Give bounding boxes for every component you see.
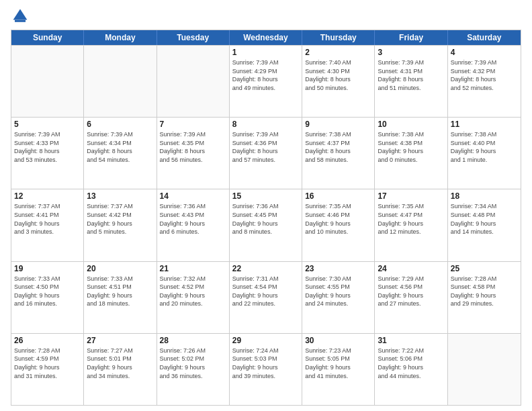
day-number: 9: [305, 120, 371, 129]
cal-cell: 31Sunrise: 7:22 AM Sunset: 5:06 PM Dayli…: [375, 334, 447, 405]
day-number: 16: [305, 191, 371, 201]
day-number: 30: [305, 336, 371, 345]
day-detail: Sunrise: 7:37 AM Sunset: 4:42 PM Dayligh…: [87, 202, 153, 236]
day-detail: Sunrise: 7:38 AM Sunset: 4:37 PM Dayligh…: [305, 130, 371, 164]
header-day-saturday: Saturday: [448, 30, 521, 45]
day-number: 3: [378, 48, 444, 57]
cal-cell: 8Sunrise: 7:39 AM Sunset: 4:36 PM Daylig…: [230, 118, 302, 189]
day-detail: Sunrise: 7:24 AM Sunset: 5:03 PM Dayligh…: [232, 347, 299, 380]
svg-rect-1: [15, 20, 26, 22]
cal-cell: 22Sunrise: 7:31 AM Sunset: 4:54 PM Dayli…: [230, 262, 302, 333]
day-detail: Sunrise: 7:22 AM Sunset: 5:06 PM Dayligh…: [378, 347, 444, 380]
cal-cell: [157, 46, 230, 117]
cal-week-1: 5Sunrise: 7:39 AM Sunset: 4:33 PM Daylig…: [11, 117, 521, 189]
day-detail: Sunrise: 7:39 AM Sunset: 4:35 PM Dayligh…: [160, 130, 226, 164]
day-detail: Sunrise: 7:30 AM Sunset: 4:55 PM Dayligh…: [305, 275, 371, 308]
day-detail: Sunrise: 7:39 AM Sunset: 4:33 PM Dayligh…: [14, 130, 81, 164]
day-number: 17: [378, 191, 444, 201]
day-detail: Sunrise: 7:37 AM Sunset: 4:41 PM Dayligh…: [14, 202, 81, 236]
day-number: 13: [87, 191, 153, 201]
header: [11, 8, 521, 24]
cal-week-2: 12Sunrise: 7:37 AM Sunset: 4:41 PM Dayli…: [11, 189, 521, 261]
cal-cell: 20Sunrise: 7:33 AM Sunset: 4:51 PM Dayli…: [84, 262, 157, 333]
day-detail: Sunrise: 7:27 AM Sunset: 5:01 PM Dayligh…: [87, 347, 153, 380]
cal-cell: [84, 46, 157, 117]
cal-week-3: 19Sunrise: 7:33 AM Sunset: 4:50 PM Dayli…: [11, 261, 521, 333]
day-detail: Sunrise: 7:39 AM Sunset: 4:36 PM Dayligh…: [232, 130, 299, 164]
cal-cell: 19Sunrise: 7:33 AM Sunset: 4:50 PM Dayli…: [11, 262, 84, 333]
day-number: 19: [14, 264, 81, 273]
cal-cell: [448, 334, 521, 405]
day-detail: Sunrise: 7:39 AM Sunset: 4:32 PM Dayligh…: [451, 58, 518, 92]
cal-week-0: 1Sunrise: 7:39 AM Sunset: 4:29 PM Daylig…: [11, 45, 521, 117]
calendar-header-row: SundayMondayTuesdayWednesdayThursdayFrid…: [11, 30, 521, 45]
day-detail: Sunrise: 7:23 AM Sunset: 5:05 PM Dayligh…: [305, 347, 371, 380]
day-number: 23: [305, 264, 371, 273]
cal-cell: 7Sunrise: 7:39 AM Sunset: 4:35 PM Daylig…: [157, 118, 230, 189]
day-number: 10: [378, 120, 444, 129]
cal-cell: [11, 46, 84, 117]
day-number: 4: [451, 48, 518, 57]
day-number: 14: [160, 191, 226, 201]
cal-cell: 16Sunrise: 7:35 AM Sunset: 4:46 PM Dayli…: [302, 189, 375, 261]
cal-cell: 24Sunrise: 7:29 AM Sunset: 4:56 PM Dayli…: [375, 262, 447, 333]
cal-week-4: 26Sunrise: 7:28 AM Sunset: 4:59 PM Dayli…: [11, 333, 521, 405]
cal-cell: 12Sunrise: 7:37 AM Sunset: 4:41 PM Dayli…: [11, 189, 84, 261]
cal-cell: 6Sunrise: 7:39 AM Sunset: 4:34 PM Daylig…: [84, 118, 157, 189]
cal-cell: 30Sunrise: 7:23 AM Sunset: 5:05 PM Dayli…: [302, 334, 375, 405]
cal-cell: 25Sunrise: 7:28 AM Sunset: 4:58 PM Dayli…: [448, 262, 521, 333]
day-number: 25: [451, 264, 518, 273]
day-detail: Sunrise: 7:39 AM Sunset: 4:31 PM Dayligh…: [378, 58, 444, 92]
header-day-friday: Friday: [375, 30, 447, 45]
day-detail: Sunrise: 7:35 AM Sunset: 4:47 PM Dayligh…: [378, 202, 444, 236]
day-detail: Sunrise: 7:36 AM Sunset: 4:43 PM Dayligh…: [160, 202, 226, 236]
day-number: 22: [232, 264, 299, 273]
cal-cell: 17Sunrise: 7:35 AM Sunset: 4:47 PM Dayli…: [375, 189, 447, 261]
cal-cell: 10Sunrise: 7:38 AM Sunset: 4:38 PM Dayli…: [375, 118, 447, 189]
header-day-thursday: Thursday: [302, 30, 375, 45]
day-number: 29: [232, 336, 299, 345]
cal-cell: 5Sunrise: 7:39 AM Sunset: 4:33 PM Daylig…: [11, 118, 84, 189]
day-number: 18: [451, 191, 518, 201]
day-number: 7: [160, 120, 226, 129]
cal-cell: 4Sunrise: 7:39 AM Sunset: 4:32 PM Daylig…: [448, 46, 521, 117]
cal-cell: 29Sunrise: 7:24 AM Sunset: 5:03 PM Dayli…: [230, 334, 302, 405]
day-number: 12: [14, 191, 81, 201]
day-detail: Sunrise: 7:33 AM Sunset: 4:51 PM Dayligh…: [87, 275, 153, 308]
day-detail: Sunrise: 7:26 AM Sunset: 5:02 PM Dayligh…: [160, 347, 226, 380]
day-detail: Sunrise: 7:39 AM Sunset: 4:29 PM Dayligh…: [232, 58, 299, 92]
day-number: 24: [378, 264, 444, 273]
cal-cell: 3Sunrise: 7:39 AM Sunset: 4:31 PM Daylig…: [375, 46, 447, 117]
day-number: 26: [14, 336, 81, 345]
day-detail: Sunrise: 7:35 AM Sunset: 4:46 PM Dayligh…: [305, 202, 371, 236]
cal-cell: 15Sunrise: 7:36 AM Sunset: 4:45 PM Dayli…: [230, 189, 302, 261]
calendar-body: 1Sunrise: 7:39 AM Sunset: 4:29 PM Daylig…: [11, 45, 521, 405]
calendar: SundayMondayTuesdayWednesdayThursdayFrid…: [11, 30, 521, 406]
day-number: 8: [232, 120, 299, 129]
day-detail: Sunrise: 7:28 AM Sunset: 4:58 PM Dayligh…: [451, 275, 518, 308]
day-detail: Sunrise: 7:40 AM Sunset: 4:30 PM Dayligh…: [305, 58, 371, 92]
day-number: 21: [160, 264, 226, 273]
header-day-tuesday: Tuesday: [157, 30, 230, 45]
logo: [11, 8, 28, 24]
header-day-sunday: Sunday: [11, 30, 84, 45]
header-day-wednesday: Wednesday: [230, 30, 302, 45]
day-detail: Sunrise: 7:39 AM Sunset: 4:34 PM Dayligh…: [87, 130, 153, 164]
cal-cell: 11Sunrise: 7:38 AM Sunset: 4:40 PM Dayli…: [448, 118, 521, 189]
cal-cell: 1Sunrise: 7:39 AM Sunset: 4:29 PM Daylig…: [230, 46, 302, 117]
cal-cell: 23Sunrise: 7:30 AM Sunset: 4:55 PM Dayli…: [302, 262, 375, 333]
logo-icon: [12, 8, 28, 24]
cal-cell: 2Sunrise: 7:40 AM Sunset: 4:30 PM Daylig…: [302, 46, 375, 117]
day-detail: Sunrise: 7:31 AM Sunset: 4:54 PM Dayligh…: [232, 275, 299, 308]
day-number: 28: [160, 336, 226, 345]
day-detail: Sunrise: 7:38 AM Sunset: 4:40 PM Dayligh…: [451, 130, 518, 164]
day-detail: Sunrise: 7:36 AM Sunset: 4:45 PM Dayligh…: [232, 202, 299, 236]
cal-cell: 18Sunrise: 7:34 AM Sunset: 4:48 PM Dayli…: [448, 189, 521, 261]
day-detail: Sunrise: 7:33 AM Sunset: 4:50 PM Dayligh…: [14, 275, 81, 308]
day-number: 15: [232, 191, 299, 201]
day-number: 6: [87, 120, 153, 129]
day-number: 31: [378, 336, 444, 345]
day-number: 2: [305, 48, 371, 57]
cal-cell: 13Sunrise: 7:37 AM Sunset: 4:42 PM Dayli…: [84, 189, 157, 261]
day-detail: Sunrise: 7:28 AM Sunset: 4:59 PM Dayligh…: [14, 347, 81, 380]
